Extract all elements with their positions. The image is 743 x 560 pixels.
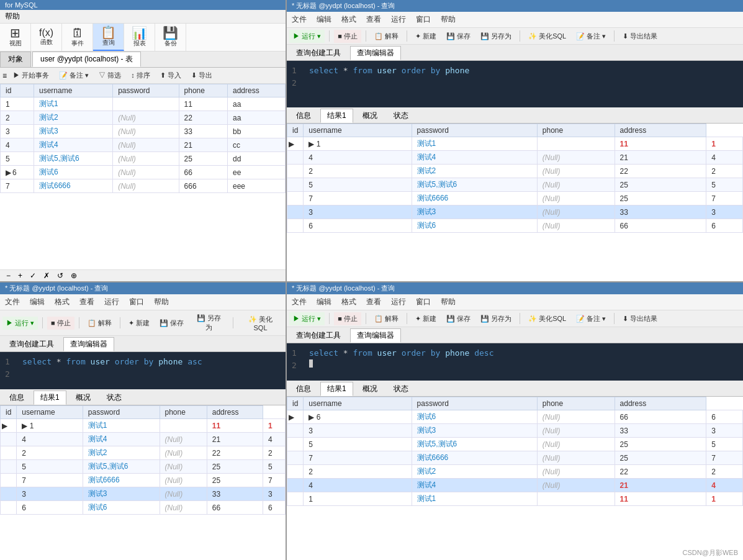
table-row[interactable]: 7 — [706, 192, 743, 205]
bl-overview-tab[interactable]: 概况 — [69, 391, 97, 405]
tr-menu-运行[interactable]: 运行 — [389, 13, 408, 26]
table-row[interactable]: (Null) — [537, 178, 615, 192]
table-row[interactable]: 7 — [17, 474, 83, 487]
table-row[interactable]: 11 — [207, 419, 263, 433]
backup-btn[interactable]: 💾 备份 — [155, 24, 186, 51]
table-row[interactable]: 1 — [304, 492, 412, 506]
br-stop-btn[interactable]: ■ 停止 — [334, 312, 361, 325]
br-saveas-btn[interactable]: 💾 另存为 — [477, 312, 515, 325]
table-row[interactable] — [537, 492, 615, 506]
br-export-btn[interactable]: ⬇ 导出结果 — [619, 312, 661, 325]
table-row[interactable]: 测试1 — [412, 137, 537, 151]
table-row[interactable]: 3 — [1, 125, 34, 138]
table-row[interactable]: 4 — [17, 433, 83, 446]
table-row[interactable]: (Null) — [537, 205, 615, 219]
refresh-btn[interactable]: ↺ — [55, 271, 66, 280]
minus-btn[interactable]: − — [4, 271, 13, 280]
tr-tab-editor[interactable]: 查询编辑器 — [350, 46, 401, 60]
br-result1-tab[interactable]: 结果1 — [320, 382, 353, 396]
table-row[interactable]: eee — [228, 179, 286, 193]
table-row[interactable]: (Null) — [537, 465, 615, 479]
table-row[interactable]: 22 — [179, 111, 227, 125]
br-new-btn[interactable]: ✦ 新建 — [412, 312, 440, 325]
tr-export-btn[interactable]: ⬇ 导出结果 — [619, 30, 661, 43]
table-row[interactable]: 7 — [1, 179, 34, 193]
table-row[interactable]: (Null) — [160, 487, 207, 501]
table-row[interactable]: 5 — [706, 438, 743, 451]
bl-result1-tab[interactable]: 结果1 — [34, 391, 66, 405]
table-row[interactable]: 3 — [706, 424, 743, 438]
bl-menu-格式[interactable]: 格式 — [52, 296, 72, 309]
table-row[interactable]: 2 — [263, 446, 286, 460]
report-btn[interactable]: 📊 报表 — [124, 24, 155, 51]
bl-tab-editor[interactable]: 查询编辑器 — [63, 337, 114, 351]
table-row[interactable]: 测试3 — [34, 125, 113, 138]
br-explain-btn[interactable]: 📋 解释 — [371, 312, 402, 325]
bl-menu-编辑[interactable]: 编辑 — [27, 296, 47, 309]
tr-status-tab[interactable]: 状态 — [387, 109, 415, 123]
table-row[interactable]: 7 — [304, 451, 412, 465]
table-row[interactable]: 66 — [615, 219, 706, 233]
tr-overview-tab[interactable]: 概况 — [356, 109, 384, 123]
table-row[interactable]: 1 — [706, 137, 743, 151]
table-row[interactable]: 2 — [17, 446, 83, 460]
table-row[interactable]: 4 — [706, 151, 743, 165]
br-beautify-btn[interactable]: ✨ 美化SQL — [525, 312, 570, 325]
table-row[interactable]: cc — [228, 138, 286, 152]
table-row[interactable]: 25 — [615, 178, 706, 192]
table-row[interactable]: (Null) — [113, 111, 179, 125]
br-menu-帮助[interactable]: 帮助 — [438, 296, 458, 309]
table-row[interactable]: 测试2 — [83, 446, 160, 460]
table-row[interactable]: 11 — [615, 492, 706, 506]
table-row[interactable]: 测试1 — [412, 492, 537, 506]
table-row[interactable]: (Null) — [537, 424, 615, 438]
table-row[interactable]: 21 — [615, 151, 706, 165]
tr-save-btn[interactable]: 💾 保存 — [443, 30, 474, 43]
table-row[interactable]: 测试2 — [412, 465, 537, 479]
bl-menu-窗口[interactable]: 窗口 — [127, 296, 146, 309]
cancel-btn[interactable]: ✗ — [41, 271, 52, 280]
table-row[interactable]: 6 — [17, 501, 83, 515]
tr-run-btn[interactable]: ▶ 运行 ▾ — [289, 30, 325, 43]
tr-sql-editor[interactable]: 1select * from user order by phone 2 — [287, 61, 743, 107]
table-row[interactable]: bb — [228, 125, 286, 138]
table-row[interactable]: 3 — [304, 424, 412, 438]
bl-table-scroll[interactable]: id username password phone address ▶▶ 1测… — [0, 405, 286, 560]
bl-menu-帮助[interactable]: 帮助 — [151, 296, 171, 309]
bl-status-tab[interactable]: 状态 — [100, 391, 128, 405]
table-row[interactable]: 25 — [207, 460, 263, 474]
table-row[interactable]: 2 — [304, 165, 412, 178]
table-row[interactable]: 7 — [263, 474, 286, 487]
table-row[interactable]: (Null) — [113, 138, 179, 152]
br-table-scroll[interactable]: id username password phone address ▶▶ 6测… — [287, 397, 743, 560]
table-row[interactable]: 2 — [706, 465, 743, 479]
table-row[interactable]: 测试3 — [83, 487, 160, 501]
table-row[interactable]: 7 — [706, 451, 743, 465]
table-row[interactable]: (Null) — [537, 479, 615, 492]
tr-info-tab[interactable]: 信息 — [289, 109, 318, 123]
table-row[interactable]: 测试5,测试6 — [412, 178, 537, 192]
tr-result1-tab[interactable]: 结果1 — [320, 109, 353, 123]
table-row[interactable]: 测试5,测试6 — [83, 460, 160, 474]
table-row[interactable]: 4 — [263, 433, 286, 446]
table-row[interactable] — [160, 419, 207, 433]
bl-new-btn[interactable]: ✦ 新建 — [125, 317, 153, 330]
table-row[interactable]: (Null) — [160, 433, 207, 446]
sort-btn[interactable]: ↕ 排序 — [127, 69, 154, 82]
table-row[interactable]: 测试6666 — [412, 192, 537, 205]
table-row[interactable]: 5 — [706, 178, 743, 192]
table-row[interactable]: 测试6666 — [412, 451, 537, 465]
table-row[interactable]: 4 — [304, 479, 412, 492]
table-row[interactable]: 21 — [179, 138, 227, 152]
bl-explain-btn[interactable]: 📋 解释 — [84, 317, 115, 330]
br-run-btn[interactable]: ▶ 运行 ▾ — [289, 312, 325, 325]
table-row[interactable]: 25 — [615, 438, 706, 451]
table-row[interactable]: 测试5,测试6 — [412, 438, 537, 451]
table-row[interactable]: (Null) — [537, 165, 615, 178]
note-btn[interactable]: 📝 备注 ▾ — [55, 69, 92, 82]
table-row[interactable]: 5 — [304, 178, 412, 192]
table-row[interactable]: 测试4 — [412, 151, 537, 165]
tr-menu-编辑[interactable]: 编辑 — [314, 13, 334, 26]
table-row[interactable]: 66 — [179, 166, 227, 179]
tr-table-scroll[interactable]: id username password phone address ▶▶ 1测… — [287, 124, 743, 281]
